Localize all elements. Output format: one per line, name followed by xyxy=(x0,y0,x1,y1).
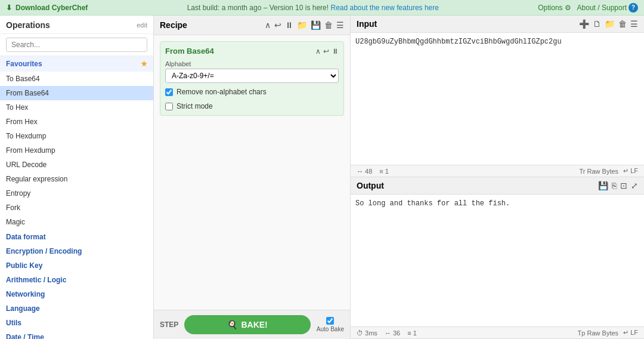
sidebar-item-entropy[interactable]: Entropy xyxy=(0,186,153,201)
alphabet-label: Alphabet xyxy=(165,60,339,67)
category-language[interactable]: Language xyxy=(0,301,153,315)
output-copy-icon[interactable]: ⎘ xyxy=(612,181,617,190)
output-time: ⏱ 3ms xyxy=(357,329,377,337)
main-layout: Operations edit Favourites ★ To Base64 F… xyxy=(0,16,644,339)
op-pause-icon[interactable]: ⏸ xyxy=(332,47,339,56)
recipe-title: Recipe xyxy=(160,20,187,30)
category-public-key[interactable]: Public Key xyxy=(0,258,153,272)
alphabet-field: Alphabet A-Za-z0-9+/= xyxy=(165,60,339,83)
build-notice: Last build: a month ago – Version 10 is … xyxy=(187,4,439,12)
sidebar-edit[interactable]: edit xyxy=(137,21,147,29)
sidebar-item-fork[interactable]: Fork xyxy=(0,201,153,215)
auto-bake-label: Auto Bake xyxy=(317,326,344,332)
build-notice-text: Last build: a month ago – Version 10 is … xyxy=(187,4,331,12)
sidebar-item-magic[interactable]: Magic xyxy=(0,215,153,229)
input-format-label[interactable]: Tr Raw Bytes xyxy=(579,168,618,175)
input-chars: ↔ 48 xyxy=(357,168,372,175)
output-format-label[interactable]: Tр Raw Bytes xyxy=(578,329,618,337)
sidebar-item-to-base64[interactable]: To Base64 xyxy=(0,72,153,86)
input-lines: ≡ 1 xyxy=(379,168,389,175)
category-utils[interactable]: Utils xyxy=(0,315,153,329)
op-undo-icon[interactable]: ↩ xyxy=(323,47,329,56)
recipe-clear-icon[interactable]: 🗑 xyxy=(324,20,333,30)
output-eol-label: ↵ LF xyxy=(623,329,638,337)
op-card-body: Alphabet A-Za-z0-9+/= Remove non-alphabe… xyxy=(165,60,339,110)
auto-bake-area: Auto Bake xyxy=(317,317,344,332)
recipe-panel: Recipe ∧ ↩ ⏸ 📁 💾 🗑 ☰ From Base64 ∧ ↩ ⏸ xyxy=(154,16,351,339)
sidebar-item-from-hexdump[interactable]: From Hexdump xyxy=(0,143,153,158)
recipe-pause-icon[interactable]: ⏸ xyxy=(285,20,293,30)
download-label[interactable]: Download CyberChef xyxy=(16,4,88,12)
op-card-title: From Base64 xyxy=(165,47,214,56)
step-label: STEP xyxy=(160,320,178,329)
recipe-menu-icon[interactable]: ☰ xyxy=(336,20,344,30)
bake-icon: 🍳 xyxy=(227,320,237,329)
strict-mode-checkbox: Strict mode xyxy=(165,102,339,110)
category-arithmetic-logic[interactable]: Arithmetic / Logic xyxy=(0,272,153,286)
input-clear-icon[interactable]: 🗑 xyxy=(618,19,627,29)
top-right-actions: Options ⚙ About / Support ? xyxy=(538,3,638,13)
alphabet-select[interactable]: A-Za-z0-9+/= xyxy=(165,69,339,83)
download-area[interactable]: ⬇ Download CyberChef xyxy=(6,4,88,12)
category-networking[interactable]: Networking xyxy=(0,286,153,301)
output-status-right: Tр Raw Bytes ↵ LF xyxy=(578,329,638,337)
input-open-icon[interactable]: 📁 xyxy=(605,19,615,29)
recipe-undo-icon[interactable]: ↩ xyxy=(274,20,281,30)
search-box xyxy=(0,34,153,56)
sidebar-item-from-hex[interactable]: From Hex xyxy=(0,115,153,129)
input-status-left: ↔ 48 ≡ 1 xyxy=(357,168,389,175)
input-icons: ➕ 🗋 📁 🗑 ☰ xyxy=(579,19,638,29)
build-notice-link[interactable]: Read about the new features here xyxy=(330,4,438,12)
output-statusbar: ⏱ 3ms ↔ 36 ≡ 1 Tр Raw Bytes ↵ LF xyxy=(351,326,644,339)
op-card-from-base64: From Base64 ∧ ↩ ⏸ Alphabet A-Za-z0-9+/= xyxy=(160,41,344,116)
favourites-label: Favourites xyxy=(6,60,42,68)
strict-mode-input[interactable] xyxy=(165,103,173,110)
output-textarea[interactable] xyxy=(351,195,644,326)
output-header: Output 💾 ⎘ ⊡ ⤢ xyxy=(351,177,644,195)
sidebar-item-from-base64[interactable]: From Base64 xyxy=(0,86,153,100)
category-data-format[interactable]: Data format xyxy=(0,229,153,244)
output-fullscreen-icon[interactable]: ⤢ xyxy=(631,181,638,190)
output-window-icon[interactable]: ⊡ xyxy=(620,181,627,190)
output-save-icon[interactable]: 💾 xyxy=(598,181,608,190)
io-panel: Input ➕ 🗋 📁 🗑 ☰ ↔ 48 ≡ 1 Tr Raw Bytes ↵ … xyxy=(351,16,644,339)
input-section: Input ➕ 🗋 📁 🗑 ☰ ↔ 48 ≡ 1 Tr Raw Bytes ↵ … xyxy=(351,16,644,177)
category-encryption[interactable]: Encryption / Encoding xyxy=(0,244,153,258)
remove-non-alpha-label: Remove non-alphabet chars xyxy=(177,88,267,96)
about-button[interactable]: About / Support ? xyxy=(577,3,638,13)
recipe-content: From Base64 ∧ ↩ ⏸ Alphabet A-Za-z0-9+/= xyxy=(154,35,350,310)
options-label: Options xyxy=(538,4,562,12)
input-textarea[interactable] xyxy=(351,33,644,165)
options-button[interactable]: Options ⚙ xyxy=(538,4,571,12)
op-collapse-icon[interactable]: ∧ xyxy=(315,47,321,56)
output-lines: ≡ 1 xyxy=(407,329,417,337)
search-input[interactable] xyxy=(6,38,147,52)
bake-button[interactable]: 🍳 BAKE! xyxy=(184,315,311,334)
sidebar-content: Favourites ★ To Base64 From Base64 To He… xyxy=(0,56,153,339)
sidebar-item-to-hex[interactable]: To Hex xyxy=(0,100,153,115)
favourites-header[interactable]: Favourites ★ xyxy=(0,56,153,72)
bake-bar: STEP 🍳 BAKE! Auto Bake xyxy=(154,310,350,339)
recipe-save-icon[interactable]: 💾 xyxy=(311,20,321,30)
sidebar: Operations edit Favourites ★ To Base64 F… xyxy=(0,16,154,339)
sidebar-title: Operations xyxy=(6,20,50,30)
sidebar-item-regex[interactable]: Regular expression xyxy=(0,172,153,186)
input-add-icon[interactable]: ➕ xyxy=(579,19,589,29)
input-header: Input ➕ 🗋 📁 🗑 ☰ xyxy=(351,16,644,33)
input-page-icon[interactable]: 🗋 xyxy=(593,19,601,29)
input-menu-icon[interactable]: ☰ xyxy=(630,19,638,29)
output-title: Output xyxy=(357,181,384,190)
input-statusbar: ↔ 48 ≡ 1 Tr Raw Bytes ↵ LF xyxy=(351,165,644,177)
help-icon: ? xyxy=(628,3,638,13)
category-date-time[interactable]: Date / Time xyxy=(0,329,153,339)
op-card-controls: ∧ ↩ ⏸ xyxy=(315,47,339,56)
recipe-open-icon[interactable]: 📁 xyxy=(297,20,307,30)
sidebar-item-to-hexdump[interactable]: To Hexdump xyxy=(0,129,153,143)
recipe-collapse-icon[interactable]: ∧ xyxy=(265,20,271,30)
sidebar-item-url-decode[interactable]: URL Decode xyxy=(0,158,153,172)
strict-mode-label: Strict mode xyxy=(177,102,213,110)
output-icons: 💾 ⎘ ⊡ ⤢ xyxy=(598,181,638,190)
auto-bake-checkbox[interactable] xyxy=(326,317,334,325)
top-bar: ⬇ Download CyberChef Last build: a month… xyxy=(0,0,644,16)
remove-non-alpha-input[interactable] xyxy=(165,88,173,96)
